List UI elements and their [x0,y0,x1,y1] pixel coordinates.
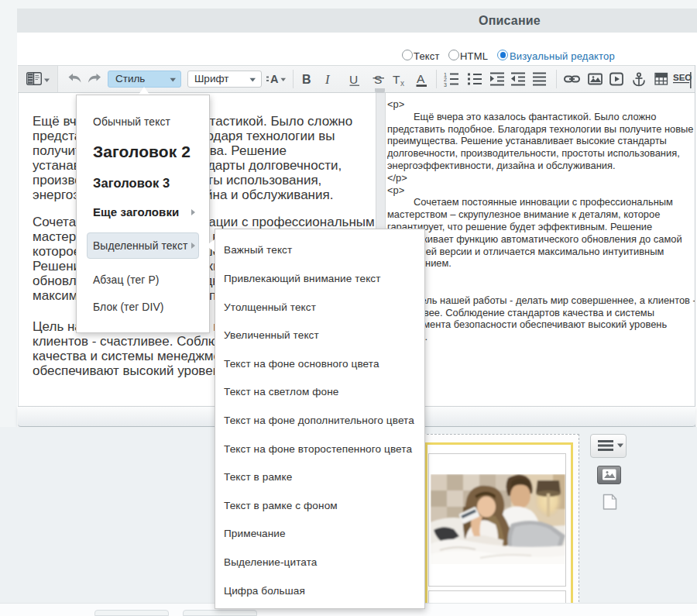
svg-text:x: x [400,79,404,88]
svg-text:SEO: SEO [673,73,692,82]
svg-text:S: S [374,73,382,86]
svg-text:A: A [417,72,425,85]
svg-text:B: B [302,73,311,86]
svg-text:A: A [270,73,279,85]
svg-text:3: 3 [444,82,447,88]
svg-text:I: I [324,72,331,87]
svg-text:T: T [393,73,400,86]
svg-text:U: U [349,73,358,86]
